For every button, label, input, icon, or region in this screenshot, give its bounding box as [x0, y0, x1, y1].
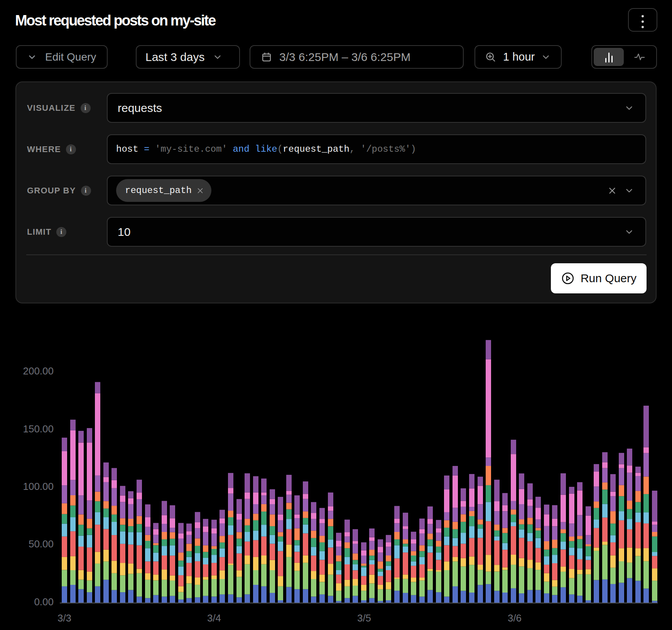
svg-text:150.00: 150.00	[23, 423, 54, 435]
svg-text:0.00: 0.00	[34, 596, 54, 608]
svg-text:3/3: 3/3	[57, 612, 71, 624]
svg-text:100.00: 100.00	[23, 481, 54, 492]
svg-text:3/6: 3/6	[508, 612, 522, 624]
svg-text:3/5: 3/5	[357, 612, 371, 624]
svg-text:50.00: 50.00	[29, 538, 54, 550]
svg-text:200.00: 200.00	[23, 365, 54, 377]
svg-text:3/4: 3/4	[207, 612, 221, 624]
